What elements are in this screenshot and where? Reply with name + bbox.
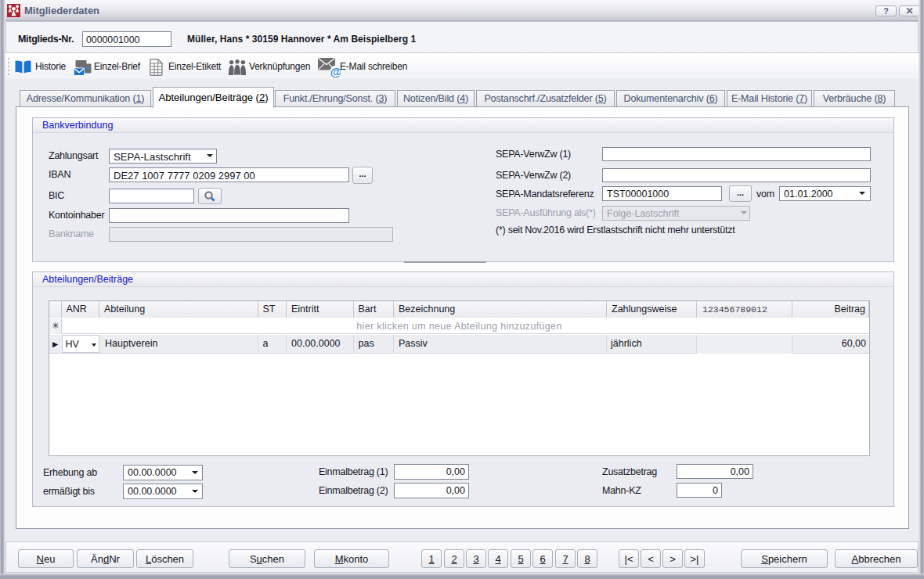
svg-text:@: @ bbox=[330, 65, 341, 78]
